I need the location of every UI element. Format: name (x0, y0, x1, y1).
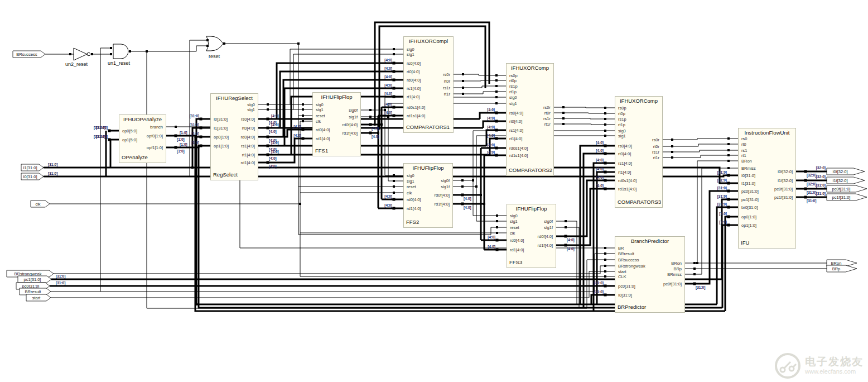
output-port-label: I1f[32:0] (832, 178, 847, 183)
watermark-text: 电子发烧友 (805, 356, 864, 367)
block-BRPredictor[interactable]: BranchPredictorBRPredictorBRBRresultBRsu… (615, 236, 685, 313)
bus-width-label: [31:0] (48, 171, 57, 176)
terminal-dot (495, 129, 498, 132)
or-gate-icon[interactable] (206, 36, 223, 51)
wire (566, 221, 577, 304)
port-label-sig1: sig1 (510, 219, 518, 225)
terminal-dot (562, 106, 565, 108)
input-port-label: I0[31:0] (23, 174, 37, 179)
port-label-pc0[31:0]: pc0[31:0] (618, 284, 635, 289)
terminal-dot (604, 265, 606, 267)
block-COMPARATORS3[interactable]: IFHUXORCompCOMPARATORS3rs0prt0prs1prt1ps… (615, 96, 663, 208)
block-instance-label: RegSelect (213, 171, 238, 178)
terminal-dot (146, 50, 148, 52)
wire (673, 150, 729, 152)
port-label-rd1[4:0]: rd1[4:0] (241, 160, 255, 166)
bus-width-label: [4:0] (384, 102, 392, 107)
terminal-dot (804, 188, 807, 190)
terminal-dot (562, 117, 565, 120)
block-instance-label: BRPredictor (618, 304, 646, 310)
block-COMPARATORS1[interactable]: IFHUXORComplCOMPARATORS1sig0sig1rs0[4:0]… (403, 36, 454, 133)
bus-width-label: [4:0] (384, 92, 392, 96)
port-label-rd0s1[4:0]: rd0s1[4:0] (407, 105, 425, 111)
bus-width-label: [4:0] (384, 111, 392, 115)
port-label-rs0[4:0]: rs0[4:0] (407, 61, 421, 66)
block-FFS2[interactable]: IFHUFlipFlopFFS2sig0sig1resetclkrd0[4:0]… (403, 163, 453, 228)
terminal-dot (604, 135, 606, 137)
bus-width-label: [1:0] (177, 137, 185, 142)
terminal-dot (110, 47, 112, 49)
port-label-sig1f: sig1f (544, 225, 553, 231)
terminal-dot (393, 114, 396, 117)
terminal-dot (495, 112, 498, 114)
terminal-dot (604, 270, 606, 273)
port-label-op1[5:0]: op1[5:0] (122, 137, 137, 143)
bus-width-label: [1:0] (191, 141, 199, 145)
terminal-dot (480, 194, 482, 196)
terminal-dot (393, 53, 395, 55)
output-port-label: BRp (832, 266, 841, 271)
wire (130, 46, 208, 51)
block-RegSelect[interactable]: IFHURegSelectRegSelectI0[31:0]I1[31:0]op… (210, 93, 258, 180)
port-label-rs0[4:0]: rs0[4:0] (241, 117, 255, 122)
port-label-rs0[4:0]: rs0[4:0] (618, 144, 632, 149)
port-label-rs1p: rs1p (618, 117, 626, 122)
bus-width-label: [31:0] (696, 285, 705, 290)
port-label-sig0f: sig0f (441, 178, 450, 184)
terminal-dot (206, 39, 209, 41)
terminal-dot (369, 132, 372, 135)
port-label-pc0[31:0]: pc0[31:0] (741, 189, 759, 194)
block-instance-label: COMPARATORS3 (618, 199, 661, 205)
port-label-I0[31:0]: I0[31:0] (741, 173, 755, 179)
terminal-dot (267, 108, 269, 111)
not-gate-icon[interactable] (74, 48, 87, 60)
block-COMPARATORS2[interactable]: IFHUXORCompCOMPARATORS2rs0prt0prs1prt1ps… (506, 63, 554, 176)
input-port-label: pc1[31:0] (24, 277, 41, 282)
terminal-dot (302, 103, 304, 106)
bus-width-label: [4:0] (384, 83, 392, 88)
block-FFS1[interactable]: IFHUFlipFlopFFS1sig0sig1resetclkrd0[4:0]… (312, 92, 361, 156)
bus-width-label: [31:0] (717, 178, 727, 183)
port-label-rd0f[4:0]: rd0f[4:0] (537, 234, 553, 240)
terminal-dot (604, 247, 606, 249)
terminal-dot (604, 112, 606, 114)
terminal-dot (393, 106, 396, 109)
port-label-rs1r: rs1r (652, 150, 659, 155)
terminal-dot (604, 285, 607, 288)
terminal-dot (393, 96, 396, 98)
port-label-op0[1:0]: op0[1:0] (214, 135, 229, 140)
bus-width-label: [4:0] (596, 158, 604, 163)
port-label-rd1[4:0]: rd1[4:0] (316, 136, 330, 142)
bus-width-label: [4:0] (293, 133, 301, 138)
port-label-rt1[4:0]: rt1[4:0] (618, 170, 631, 175)
port-label-BRmiss: BRmiss (667, 272, 682, 278)
terminal-dot (462, 93, 464, 95)
output-port-BRp[interactable] (827, 265, 857, 272)
bus-width-label: [4:0] (384, 58, 392, 63)
port-label-BRmiss: BRmiss (741, 166, 756, 171)
block-title: IFHUXORComp (507, 65, 553, 71)
terminal-dot (129, 50, 131, 52)
terminal-dot (495, 79, 498, 82)
port-label-pc0f[31:0]: pc0f[31:0] (663, 281, 682, 287)
wire (51, 271, 605, 298)
block-FFS3[interactable]: IFHUFlipFlopFFS3sig0sig1resetclkrd0[4:0]… (507, 204, 556, 268)
terminal-dot (200, 127, 202, 130)
terminal-dot (393, 79, 396, 82)
terminal-dot (495, 154, 498, 157)
port-label-rs1[4:0]: rs1[4:0] (618, 161, 632, 166)
port-label-rt1r: rt1r (544, 122, 551, 127)
port-label-sig1: sig1 (618, 133, 626, 139)
and-gate-icon[interactable] (113, 44, 128, 59)
terminal-dot (200, 118, 202, 121)
port-label-BR: BR (618, 246, 624, 251)
terminal-dot (393, 62, 396, 65)
terminal-dot (380, 123, 383, 126)
block-IFU[interactable]: InstructionFlowUnitIFUrs0rt0rs1rt1BRonBR… (738, 128, 796, 249)
block-instance-label: IFU (741, 240, 749, 246)
block-OPAnalyze[interactable]: IFHUOPAnalyzeOPAnalyzeop0[5:0]op1[5:0]br… (119, 114, 166, 163)
terminal-dot (462, 87, 464, 89)
bus-width-label: [1:0] (180, 131, 187, 135)
wire (298, 227, 497, 235)
terminal-dot (727, 160, 730, 162)
